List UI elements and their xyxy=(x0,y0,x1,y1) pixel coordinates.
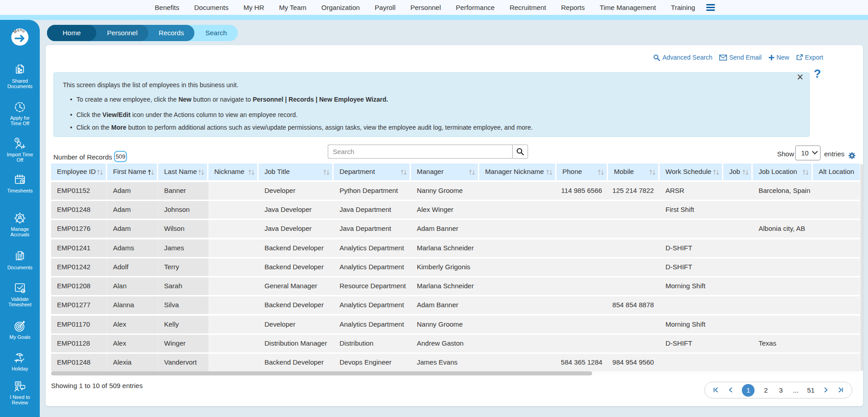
nav-item-my-team[interactable]: My Team xyxy=(279,4,307,11)
pagination-page-2[interactable]: 2 xyxy=(762,386,769,394)
pagination-ellipsis[interactable]: ... xyxy=(792,386,799,394)
close-icon[interactable]: × xyxy=(797,70,803,84)
cell-mobile: 854 854 8878 xyxy=(608,301,658,309)
cell-manager: Adam Banner xyxy=(417,225,458,232)
search-button[interactable] xyxy=(512,145,528,159)
column-header-phone[interactable]: Phone xyxy=(557,164,607,180)
nav-item-my-hr[interactable]: My HR xyxy=(243,4,264,11)
column-header-label: Last Name xyxy=(164,168,197,175)
action-label: Export xyxy=(805,54,823,61)
sort-icon xyxy=(742,169,749,175)
sidebar-item-holiday[interactable]: Holiday xyxy=(0,351,40,371)
cell-first-name: Adam xyxy=(113,225,131,232)
column-header-employee-id[interactable]: Employee ID xyxy=(51,164,106,180)
sidebar-item-documents[interactable]: Documents xyxy=(0,250,40,270)
cell-department: Analytics Department xyxy=(340,301,404,309)
pagination-prev[interactable] xyxy=(727,386,734,394)
sort-icon xyxy=(323,169,330,175)
cell-last-name: Wilson xyxy=(164,225,184,232)
cell-employee-id: EMP01277 xyxy=(57,301,90,309)
column-header-label: First Name xyxy=(113,168,146,175)
pagination-page-51[interactable]: 51 xyxy=(807,386,815,394)
search-input[interactable] xyxy=(328,145,512,159)
nav-item-documents[interactable]: Documents xyxy=(194,4,229,11)
sidebar-item-import-time-off[interactable]: Import TimeOff xyxy=(0,137,40,163)
sidebar-item-label: Import TimeOff xyxy=(0,152,40,163)
column-header-job-location[interactable]: Job Location xyxy=(753,164,811,180)
breadcrumb-label: Search xyxy=(194,25,238,41)
pagination-next[interactable] xyxy=(822,386,830,394)
nav-item-reports[interactable]: Reports xyxy=(561,4,585,11)
validate-timesheet-icon xyxy=(0,281,40,295)
sidebar-item-apply-for-time-off[interactable]: Apply forTime Off xyxy=(0,100,40,126)
column-header-label: Manager xyxy=(417,168,443,175)
nav-item-training[interactable]: Training xyxy=(671,4,695,11)
nav-item-performance[interactable]: Performance xyxy=(456,4,495,11)
column-header-last-name[interactable]: Last Name xyxy=(158,164,207,180)
cell-first-name: Alex xyxy=(113,320,126,328)
nav-item-recruitment[interactable]: Recruitment xyxy=(509,4,546,11)
sidebar-item-label: Apply forTime Off xyxy=(0,115,40,126)
cell-job-title: Backend Developer xyxy=(264,301,324,309)
column-header-first-name[interactable]: First Name xyxy=(107,164,157,180)
info-bullet: Click the View/Edit icon under the Actio… xyxy=(76,111,297,118)
breadcrumb-home[interactable]: Home xyxy=(47,25,96,41)
sidebar-item-manage-accruals[interactable]: ManageAccruals xyxy=(0,211,40,237)
cell-employee-id: EMP01208 xyxy=(57,282,90,290)
column-header-job-title[interactable]: Job Title xyxy=(259,164,332,180)
cell-department: Resource Department xyxy=(340,282,406,290)
cell-employee-id: EMP01241 xyxy=(57,244,90,252)
cell-first-name: Adam xyxy=(113,187,131,194)
new-link[interactable]: New xyxy=(769,54,789,61)
menu-button[interactable]: Menu xyxy=(10,27,29,46)
send-email-link[interactable]: Send Email xyxy=(719,54,762,61)
export-link[interactable]: Export xyxy=(796,54,823,61)
column-header-manager-nickname[interactable]: Manager Nickname xyxy=(479,164,555,180)
column-header-manager[interactable]: Manager xyxy=(411,164,478,180)
advanced-search-link[interactable]: Advanced Search xyxy=(653,54,712,61)
column-header-job[interactable]: Job xyxy=(723,164,751,180)
sidebar-item-label: My Goals xyxy=(0,334,40,340)
pagination-last[interactable] xyxy=(837,386,844,394)
vertical-scrollbar[interactable] xyxy=(860,164,863,371)
sidebar-item-label: Holiday xyxy=(0,366,40,371)
help-icon[interactable]: ? xyxy=(814,67,821,81)
actions-bar: Advanced SearchSend EmailNewExport xyxy=(653,52,823,62)
gear-icon[interactable] xyxy=(848,152,856,161)
cell-mobile: 125 214 7822 xyxy=(608,187,658,194)
column-header-nickname[interactable]: Nickname xyxy=(208,164,257,180)
records-count-label: Number of Records xyxy=(53,153,112,161)
cell-manager: Marlana Schneider xyxy=(417,282,474,290)
mail-icon xyxy=(719,55,727,61)
cell-last-name: Sarah xyxy=(164,282,182,290)
pagination-page-1[interactable]: 1 xyxy=(742,384,755,397)
sidebar-item-i-need-to-review[interactable]: I Need toReview xyxy=(0,380,40,405)
cell-employee-id: EMP01170 xyxy=(57,320,90,328)
column-header-alt-location[interactable]: Alt Location xyxy=(813,164,860,180)
sort-icon xyxy=(598,169,604,175)
sort-icon xyxy=(649,169,656,175)
nav-item-time-management[interactable]: Time Management xyxy=(600,4,656,11)
sidebar-item-validate-timesheet[interactable]: ValidateTimesheet xyxy=(0,281,40,307)
nav-item-payroll[interactable]: Payroll xyxy=(375,4,396,11)
cell-job-title: Backend Developer xyxy=(264,358,324,366)
column-header-mobile[interactable]: Mobile xyxy=(608,164,658,180)
nav-item-benefits[interactable]: Benefits xyxy=(155,4,179,11)
entries-select[interactable]: 10 xyxy=(795,145,821,160)
pagination-page-3[interactable]: 3 xyxy=(777,386,784,394)
horizontal-scrollbar-thumb[interactable] xyxy=(51,371,592,375)
cell-job-title: Backend Developer xyxy=(264,244,324,252)
nav-item-personnel[interactable]: Personnel xyxy=(410,4,441,11)
info-intro: This screen displays the list of employe… xyxy=(63,81,238,89)
top-accent-strip xyxy=(0,15,868,20)
timesheets-icon xyxy=(0,173,40,187)
column-header-department[interactable]: Department xyxy=(334,164,410,180)
pagination-first[interactable] xyxy=(712,386,719,394)
column-header-work-schedule[interactable]: Work Schedule xyxy=(660,164,722,180)
sidebar-item-timesheets[interactable]: Timesheets xyxy=(0,173,40,193)
hamburger-menu-icon[interactable] xyxy=(707,4,715,11)
sidebar-item-shared-documents[interactable]: SharedDocuments xyxy=(0,63,40,89)
sidebar-item-my-goals[interactable]: My Goals xyxy=(0,319,40,340)
cell-employee-id: EMP01242 xyxy=(57,263,90,271)
nav-item-organization[interactable]: Organization xyxy=(321,4,360,11)
